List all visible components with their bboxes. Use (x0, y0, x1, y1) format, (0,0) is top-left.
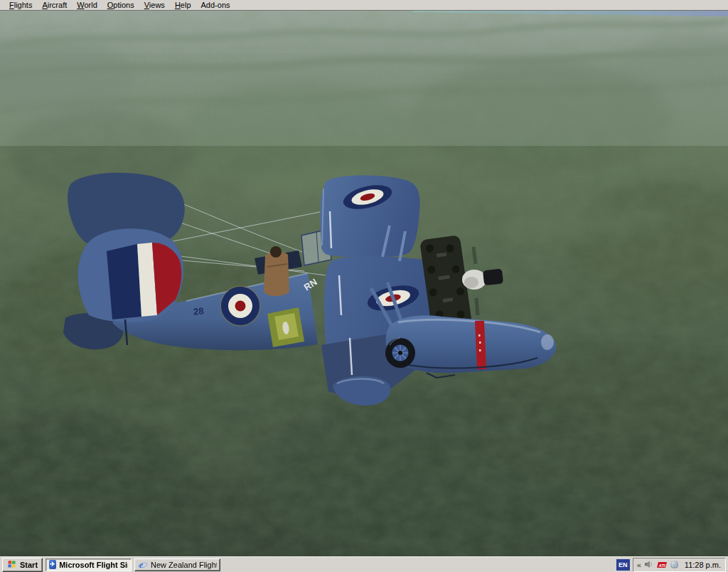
ati-icon[interactable]: ATI (657, 560, 667, 570)
menu-help[interactable]: Help (170, 1, 196, 10)
task-button-flight-simulator[interactable]: ✈ Microsoft Flight Simul... (46, 558, 132, 571)
menu-world[interactable]: World (72, 1, 102, 10)
start-label: Start (20, 561, 38, 569)
menu-flights[interactable]: Flights (4, 1, 37, 10)
task-button-browser[interactable]: e New Zealand Flightsim F... (134, 558, 220, 571)
flight-sim-icon: ✈ (49, 560, 56, 569)
fuselage-roundel (220, 286, 260, 326)
menu-add-ons[interactable]: Add-ons (196, 1, 235, 10)
tray-chevron-icon[interactable]: « (637, 559, 641, 571)
menu-aircraft[interactable]: Aircraft (37, 1, 72, 10)
svg-text:e: e (139, 560, 144, 570)
task-label: Microsoft Flight Simul... (59, 561, 128, 569)
network-globe-icon[interactable] (670, 560, 680, 570)
menu-bar: Flights Aircraft World Options Views Hel… (0, 0, 728, 11)
task-label: New Zealand Flightsim F... (151, 561, 217, 569)
start-button[interactable]: Start (2, 558, 43, 572)
windows-logo-icon (7, 560, 17, 570)
system-tray: « ATI (633, 558, 726, 572)
flight-sim-viewport[interactable]: 28 RN (0, 11, 728, 556)
menu-views[interactable]: Views (139, 1, 170, 10)
landing-wheel (385, 338, 415, 368)
menu-options[interactable]: Options (102, 1, 139, 10)
fin-flash-navy (107, 244, 141, 319)
internet-explorer-icon: e (138, 560, 148, 570)
language-indicator[interactable]: EN (616, 559, 630, 571)
volume-icon[interactable] (644, 560, 654, 570)
cabin-window (267, 307, 304, 347)
taskbar: Start ✈ Microsoft Flight Simul... e New … (0, 556, 728, 572)
svg-text:ATI: ATI (658, 563, 665, 567)
tray-clock[interactable]: 11:28 p.m. (685, 561, 721, 569)
fuselage-code: 28 (193, 305, 204, 317)
